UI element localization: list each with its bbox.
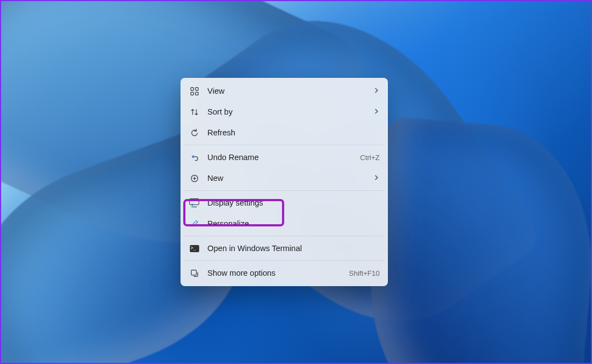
svg-rect-3 [195,92,198,95]
show-more-icon [189,268,200,278]
menu-item-sort-by[interactable]: Sort by [183,101,385,122]
menu-label: Open in Windows Terminal [207,244,380,253]
menu-shortcut: Shift+F10 [349,269,380,277]
menu-label: Refresh [207,128,380,137]
svg-point-7 [191,203,193,206]
menu-label: Display settings [207,198,380,207]
menu-item-refresh[interactable]: Refresh [183,122,385,143]
desktop-context-menu: View Sort by Refresh Undo Rename Ctrl+Z … [181,78,388,286]
menu-item-undo-rename[interactable]: Undo Rename Ctrl+Z [183,147,385,168]
display-settings-icon [189,197,200,208]
svg-rect-0 [190,87,193,90]
chevron-right-icon [373,87,380,95]
undo-icon [189,152,200,163]
svg-rect-8 [191,270,196,275]
menu-item-display-settings[interactable]: Display settings [183,192,385,213]
grid-icon [189,86,200,96]
refresh-icon [189,127,200,138]
menu-item-personalize[interactable]: Personalize [183,213,385,234]
menu-label: Show more options [207,269,349,277]
menu-label: Undo Rename [207,153,360,162]
paintbrush-icon [189,218,200,229]
menu-shortcut: Ctrl+Z [360,153,380,162]
plus-circle-icon [189,173,200,184]
menu-label: Sort by [207,107,373,116]
chevron-right-icon [373,107,380,116]
terminal-icon [189,243,200,254]
menu-label: New [207,174,373,183]
menu-item-view[interactable]: View [183,81,385,101]
sort-arrows-icon [189,106,200,117]
menu-label: Personalize [207,219,380,228]
svg-rect-2 [190,92,193,95]
menu-divider [184,260,384,261]
svg-rect-1 [195,87,198,90]
menu-divider [184,190,384,191]
menu-item-open-terminal[interactable]: Open in Windows Terminal [183,238,385,259]
menu-item-show-more-options[interactable]: Show more options Shift+F10 [183,263,385,283]
menu-label: View [207,87,373,95]
menu-item-new[interactable]: New [183,168,385,189]
menu-divider [184,236,384,236]
chevron-right-icon [373,174,380,183]
menu-divider [184,145,384,145]
